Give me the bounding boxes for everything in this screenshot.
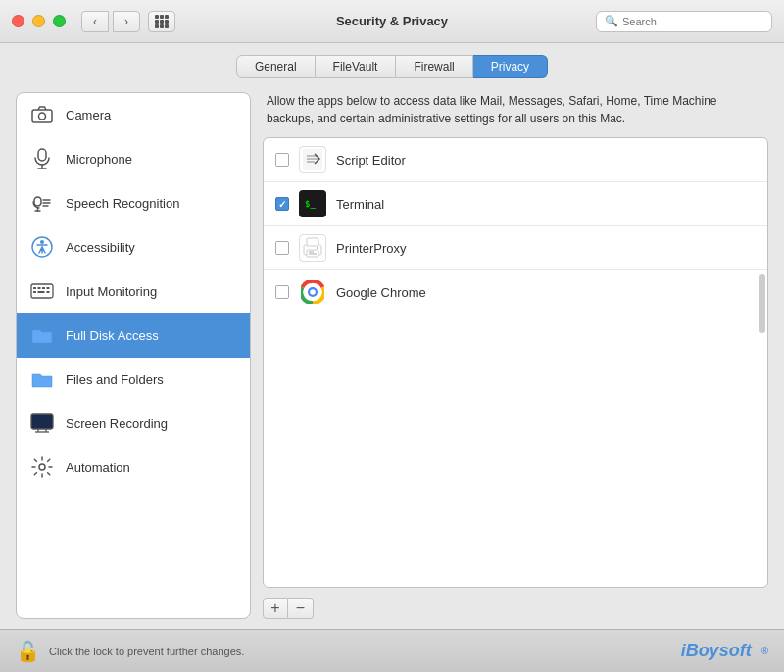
svg-rect-21 [31, 414, 53, 429]
close-button[interactable] [12, 15, 24, 27]
scroll-track[interactable] [760, 142, 765, 583]
app-checkbox-printerproxy[interactable] [275, 241, 289, 255]
list-item[interactable]: Script Editor [264, 138, 767, 182]
back-button[interactable]: ‹ [81, 11, 109, 32]
sidebar-item-screen-recording[interactable]: Screen Recording [17, 402, 250, 446]
svg-rect-20 [47, 291, 50, 293]
svg-rect-2 [38, 149, 46, 161]
bottom-bar: 🔓 Click the lock to prevent further chan… [0, 629, 784, 672]
sidebar-item-automation[interactable]: Automation [17, 446, 250, 490]
traffic-lights [12, 15, 66, 27]
tab-filevault[interactable]: FileVault [316, 55, 397, 78]
speech-icon [28, 189, 56, 216]
sidebar-label-screen-recording: Screen Recording [66, 416, 168, 431]
app-name-google-chrome: Google Chrome [336, 285, 426, 300]
tab-privacy[interactable]: Privacy [473, 55, 548, 78]
list-item[interactable]: $_ Terminal [264, 182, 767, 226]
folder-icon [28, 321, 56, 349]
remove-button[interactable]: − [288, 598, 314, 619]
keyboard-icon [28, 277, 56, 305]
sidebar-item-camera[interactable]: Camera [17, 93, 250, 137]
svg-point-35 [317, 247, 318, 249]
sidebar-label-microphone: Microphone [66, 152, 132, 167]
sidebar-label-speech-recognition: Speech Recognition [66, 196, 179, 211]
sidebar-label-input-monitoring: Input Monitoring [66, 284, 157, 299]
script-editor-icon [299, 146, 326, 173]
search-box[interactable]: 🔍 [596, 11, 772, 32]
svg-rect-5 [34, 197, 41, 206]
forward-button[interactable]: › [113, 11, 140, 32]
svg-point-12 [40, 240, 44, 244]
nav-buttons: ‹ › [81, 11, 140, 32]
camera-icon [28, 101, 56, 128]
svg-rect-19 [38, 291, 45, 293]
titlebar: ‹ › Security & Privacy 🔍 [0, 0, 784, 43]
lock-icon[interactable]: 🔓 [16, 640, 39, 663]
microphone-icon [28, 145, 56, 172]
sidebar-item-speech-recognition[interactable]: Speech Recognition [17, 181, 250, 225]
svg-rect-17 [47, 287, 50, 289]
add-button[interactable]: + [263, 598, 288, 619]
tab-general[interactable]: General [236, 55, 316, 78]
chrome-icon [299, 278, 326, 306]
app-name-terminal: Terminal [336, 197, 384, 212]
sidebar-item-accessibility[interactable]: Accessibility [17, 225, 250, 269]
main-content: General FileVault Firewall Privacy Camer… [0, 43, 784, 629]
sidebar-item-microphone[interactable]: Microphone [17, 137, 250, 181]
sidebar-item-files-and-folders[interactable]: Files and Folders [17, 358, 250, 402]
sidebar-item-input-monitoring[interactable]: Input Monitoring [17, 269, 250, 313]
list-item[interactable]: PrinterProxy [264, 226, 767, 270]
add-remove-bar: + − [263, 598, 768, 619]
tabs-bar: General FileVault Firewall Privacy [16, 55, 768, 78]
sidebar-label-automation: Automation [66, 460, 130, 475]
list-item[interactable]: Google Chrome [264, 270, 767, 313]
app-checkbox-google-chrome[interactable] [275, 285, 289, 299]
lock-symbol: 🔓 [16, 640, 40, 663]
lock-text: Click the lock to prevent further change… [49, 646, 671, 657]
accessibility-icon [28, 233, 56, 261]
sidebar-label-files-and-folders: Files and Folders [66, 372, 164, 387]
grid-view-button[interactable] [148, 11, 175, 32]
window-title: Security & Privacy [336, 14, 448, 28]
app-name-script-editor: Script Editor [336, 153, 406, 168]
watermark-suffix: ® [761, 646, 768, 656]
svg-point-25 [39, 464, 45, 470]
minimize-button[interactable] [32, 15, 45, 27]
svg-rect-16 [42, 287, 45, 289]
tab-firewall[interactable]: Firewall [396, 55, 472, 78]
svg-rect-33 [307, 238, 318, 246]
gear-icon [28, 454, 56, 481]
svg-rect-0 [32, 110, 52, 122]
watermark-text: iBoysoft [681, 641, 752, 661]
printer-icon [299, 234, 326, 262]
folder2-icon [28, 365, 56, 393]
scroll-thumb [760, 274, 765, 333]
svg-point-1 [39, 113, 46, 120]
svg-rect-15 [38, 287, 41, 289]
svg-point-40 [310, 289, 316, 295]
sidebar-label-full-disk-access: Full Disk Access [66, 328, 159, 343]
app-list: Script Editor $_ Terminal [264, 138, 767, 313]
sidebar-label-camera: Camera [66, 108, 111, 122]
svg-text:$_: $_ [305, 199, 316, 209]
panel: Camera Microphone [16, 92, 768, 619]
app-list-container: Script Editor $_ Terminal [263, 137, 768, 588]
maximize-button[interactable] [53, 15, 66, 27]
description-text: Allow the apps below to access data like… [263, 92, 768, 127]
content-area: Allow the apps below to access data like… [263, 92, 768, 619]
svg-rect-18 [33, 291, 36, 293]
sidebar: Camera Microphone [16, 92, 251, 619]
search-input[interactable] [622, 16, 763, 27]
grid-icon [155, 15, 169, 28]
search-icon: 🔍 [605, 15, 618, 27]
terminal-icon: $_ [299, 190, 326, 217]
sidebar-label-accessibility: Accessibility [66, 240, 135, 255]
sidebar-item-full-disk-access[interactable]: Full Disk Access [17, 313, 250, 358]
app-checkbox-terminal[interactable] [275, 197, 289, 211]
app-checkbox-script-editor[interactable] [275, 153, 289, 167]
svg-rect-14 [33, 287, 36, 289]
app-name-printerproxy: PrinterProxy [336, 241, 407, 256]
screen-icon [28, 409, 56, 437]
